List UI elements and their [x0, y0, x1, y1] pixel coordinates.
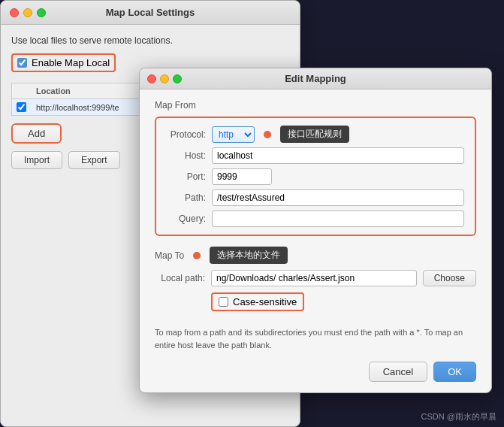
- protocol-indicator-dot: [264, 131, 271, 138]
- import-button[interactable]: Import: [11, 151, 62, 169]
- enable-map-local-label: Enable Map Local: [32, 57, 110, 68]
- traffic-lights: [10, 8, 46, 17]
- choose-button[interactable]: Choose: [423, 270, 476, 286]
- location-column-header: Location: [30, 86, 135, 95]
- port-label: Port:: [167, 171, 212, 182]
- case-sensitive-label: Case-sensitive: [233, 296, 297, 307]
- dialog-buttons: Cancel OK: [155, 362, 476, 382]
- enable-map-local-row: Enable Map Local: [11, 53, 116, 72]
- edit-mapping-title: Edit Mapping: [285, 73, 346, 84]
- protocol-controls: http https 接口匹配规则: [212, 126, 349, 143]
- description-text: Use local files to serve remote location…: [11, 35, 289, 46]
- protocol-row: Protocol: http https 接口匹配规则: [167, 126, 464, 143]
- close-button[interactable]: [10, 8, 19, 17]
- location-cell: http://localhost:9999/te: [30, 103, 135, 112]
- query-input[interactable]: [212, 210, 464, 227]
- case-sensitive-checkbox[interactable]: [219, 297, 228, 307]
- map-from-section-label: Map From: [155, 100, 476, 111]
- map-to-section-label: Map To: [155, 250, 184, 261]
- map-from-section: Protocol: http https 接口匹配规则 Host: Port:: [155, 117, 476, 236]
- edit-mapping-titlebar: Edit Mapping: [140, 68, 491, 89]
- ok-button[interactable]: OK: [433, 362, 476, 382]
- port-row: Port:: [167, 168, 464, 185]
- edit-close-button[interactable]: [147, 74, 156, 83]
- protocol-select[interactable]: http https: [212, 126, 255, 143]
- host-label: Host:: [167, 150, 212, 161]
- minimize-button[interactable]: [23, 8, 32, 17]
- host-input[interactable]: [212, 147, 464, 164]
- maximize-button[interactable]: [37, 8, 46, 17]
- edit-minimize-button[interactable]: [160, 74, 169, 83]
- query-row: Query:: [167, 210, 464, 227]
- cancel-button[interactable]: Cancel: [369, 362, 427, 382]
- local-file-annotation: 选择本地的文件: [210, 247, 288, 264]
- edit-mapping-dialog: Edit Mapping Map From Protocol: http htt…: [139, 68, 492, 393]
- row-checkbox[interactable]: [17, 102, 26, 112]
- map-to-section: Map To 选择本地的文件 Local path: Choose Case-s…: [155, 247, 476, 319]
- export-button[interactable]: Export: [68, 151, 120, 169]
- case-sensitive-row: Case-sensitive: [211, 292, 304, 311]
- edit-mapping-body: Map From Protocol: http https 接口匹配规则 Hos…: [140, 89, 491, 392]
- map-local-titlebar: Map Local Settings: [1, 1, 300, 25]
- local-path-input[interactable]: [211, 270, 417, 286]
- add-button[interactable]: Add: [11, 123, 62, 144]
- protocol-label: Protocol:: [167, 129, 212, 140]
- edit-traffic-lights: [147, 74, 182, 83]
- path-input[interactable]: [212, 189, 464, 206]
- path-label: Path:: [167, 192, 212, 203]
- row-checkbox-container: [12, 102, 30, 112]
- map-to-header: Map To 选择本地的文件: [155, 247, 476, 264]
- host-row: Host:: [167, 147, 464, 164]
- port-input[interactable]: [212, 168, 272, 185]
- watermark: CSDN @雨水的早晨: [421, 411, 496, 422]
- enable-map-local-checkbox[interactable]: [17, 58, 27, 68]
- path-row: Path:: [167, 189, 464, 206]
- interface-annotation: 接口匹配规则: [280, 126, 349, 143]
- edit-maximize-button[interactable]: [173, 74, 182, 83]
- info-text: To map from a path and its subdirectorie…: [155, 326, 476, 351]
- local-path-row: Local path: Choose: [155, 270, 476, 286]
- local-path-label: Local path:: [155, 273, 211, 283]
- query-label: Query:: [167, 214, 212, 224]
- window-title: Map Local Settings: [106, 7, 195, 18]
- map-to-indicator-dot: [193, 252, 201, 259]
